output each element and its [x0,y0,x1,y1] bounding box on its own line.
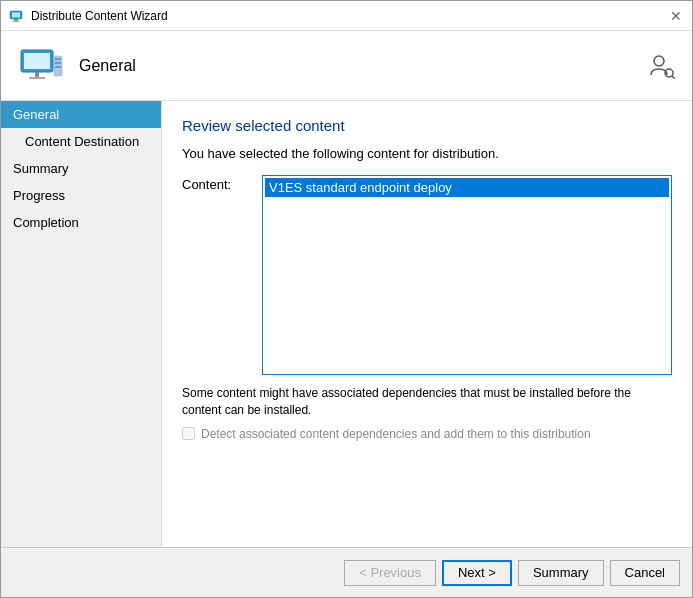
main-panel: Review selected content You have selecte… [161,101,692,547]
svg-rect-5 [24,53,50,69]
svg-point-12 [654,56,664,66]
previous-button[interactable]: < Previous [344,560,436,586]
cancel-button[interactable]: Cancel [610,560,680,586]
content-label: Content: [182,175,262,192]
dependency-checkbox-label: Detect associated content dependencies a… [201,427,591,441]
summary-button[interactable]: Summary [518,560,604,586]
svg-rect-11 [55,66,61,68]
close-button[interactable]: ✕ [668,8,684,24]
sidebar-item-content-destination[interactable]: Content Destination [1,128,161,155]
header-computer-icon [17,42,65,90]
svg-rect-6 [35,72,39,77]
content-field-row: Content: V1ES standard endpoint deploy [182,175,672,375]
wizard-icon [9,8,25,24]
content-area: General Content Destination Summary Prog… [1,101,692,547]
svg-rect-1 [12,12,20,17]
title-bar-text: Distribute Content Wizard [31,9,668,23]
next-button[interactable]: Next > [442,560,512,586]
header-bar: General [1,31,692,101]
dependency-checkbox[interactable] [182,427,195,440]
svg-rect-9 [55,58,61,60]
listbox-item[interactable]: V1ES standard endpoint deploy [265,178,669,197]
svg-rect-7 [29,77,45,79]
svg-line-14 [672,76,675,79]
svg-rect-10 [55,62,61,64]
warning-text: Some content might have associated depen… [182,385,672,419]
content-listbox[interactable]: V1ES standard endpoint deploy [262,175,672,375]
svg-rect-2 [14,19,18,21]
sidebar-item-summary[interactable]: Summary [1,155,161,182]
title-bar: Distribute Content Wizard ✕ [1,1,692,31]
svg-rect-3 [12,21,20,22]
sidebar-item-completion[interactable]: Completion [1,209,161,236]
wizard-window: Distribute Content Wizard ✕ General [0,0,693,598]
sidebar: General Content Destination Summary Prog… [1,101,161,547]
sidebar-item-general[interactable]: General [1,101,161,128]
panel-title: Review selected content [182,117,672,134]
footer: < Previous Next > Summary Cancel [1,547,692,597]
sidebar-item-progress[interactable]: Progress [1,182,161,209]
description-text: You have selected the following content … [182,146,672,161]
header-title: General [79,57,136,75]
dependency-checkbox-row: Detect associated content dependencies a… [182,427,672,441]
user-search-icon [648,52,676,80]
